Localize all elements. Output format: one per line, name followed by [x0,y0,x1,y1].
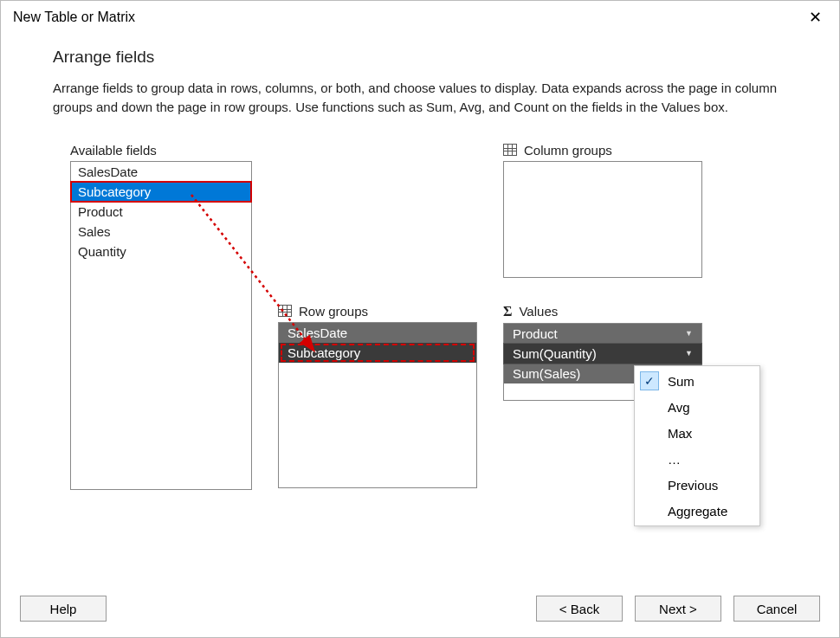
aggregate-menu-item[interactable]: ✓Sum [635,368,759,394]
values-text: Values [519,304,558,319]
check-icon [640,501,659,520]
row-group-item[interactable]: Subcategory [279,343,476,363]
available-fields-label: Available fields [70,143,252,158]
value-field-label: Product [513,326,558,341]
available-field-item[interactable]: Product [71,202,251,222]
chevron-down-icon[interactable]: ▼ [685,329,693,338]
available-field-item[interactable]: Quantity [71,242,251,261]
cancel-button[interactable]: Cancel [733,596,820,622]
aggregate-context-menu[interactable]: ✓SumAvgMax…PreviousAggregate [634,365,760,526]
menu-item-label: Sum [668,374,695,389]
sigma-icon: Σ [503,304,512,319]
check-icon: ✓ [640,371,659,390]
check-icon [640,449,659,468]
row-groups-list[interactable]: SalesDateSubcategory [278,322,477,488]
row-groups-panel: Row groups SalesDateSubcategory [278,304,477,488]
row-groups-text: Row groups [299,304,368,319]
aggregate-menu-item[interactable]: Previous [635,472,759,498]
wizard-nav-buttons: < Back Next > Cancel [536,596,820,622]
page-description: Arrange fields to group data in rows, co… [53,79,787,117]
aggregate-menu-item[interactable]: Avg [635,394,759,420]
row-group-item[interactable]: SalesDate [279,323,476,343]
available-field-item[interactable]: Subcategory [71,182,251,202]
table-icon [503,144,517,156]
aggregate-menu-item[interactable]: Max [635,420,759,446]
chevron-down-icon[interactable]: ▼ [685,349,693,358]
value-field-item[interactable]: Sum(Quantity)▼ [504,344,701,364]
check-icon [640,423,659,442]
aggregate-menu-item[interactable]: Aggregate [635,498,759,524]
page-heading: Arrange fields [53,48,787,67]
dialog-window: New Table or Matrix ✕ Arrange fields Arr… [0,0,840,638]
available-fields-list[interactable]: SalesDateSubcategoryProductSalesQuantity [70,161,252,490]
available-field-item[interactable]: SalesDate [71,162,251,182]
back-button[interactable]: < Back [536,596,623,622]
button-bar: Help < Back Next > Cancel [1,580,839,637]
window-title: New Table or Matrix [13,10,135,25]
column-groups-list[interactable] [503,161,702,278]
value-field-label: Sum(Sales) [513,366,580,381]
menu-item-label: Avg [668,400,690,415]
value-field-label: Sum(Quantity) [513,346,597,361]
aggregate-menu-item[interactable]: … [635,446,759,472]
value-field-item[interactable]: Product▼ [504,324,701,344]
table-icon [278,305,292,317]
column-groups-panel: Column groups [503,143,702,278]
check-icon [640,397,659,416]
help-button[interactable]: Help [20,596,107,622]
menu-item-label: Previous [668,478,718,493]
row-groups-label: Row groups [278,304,477,319]
close-button[interactable]: ✕ [799,6,830,29]
column-groups-text: Column groups [524,143,612,158]
available-fields-panel: Available fields SalesDateSubcategoryPro… [70,143,252,490]
column-groups-label: Column groups [503,143,702,158]
titlebar: New Table or Matrix ✕ [1,1,839,30]
available-field-item[interactable]: Sales [71,222,251,242]
menu-item-label: Max [668,426,692,441]
check-icon [640,475,659,494]
menu-item-label: Aggregate [668,504,727,519]
menu-item-label: … [668,452,681,467]
values-label: Σ Values [503,304,702,319]
next-button[interactable]: Next > [635,596,721,622]
close-icon: ✕ [809,8,822,27]
